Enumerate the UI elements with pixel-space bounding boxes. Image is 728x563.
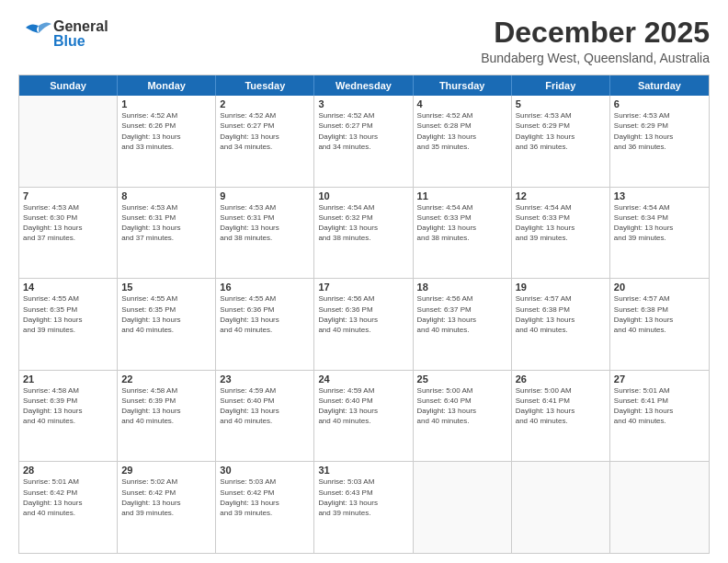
calendar-cell-w2-d1: 7Sunrise: 4:53 AM Sunset: 6:30 PM Daylig… [19,188,118,279]
cell-info: Sunrise: 4:52 AM Sunset: 6:27 PM Dayligh… [318,110,408,152]
cell-info: Sunrise: 4:54 AM Sunset: 6:32 PM Dayligh… [318,202,408,244]
calendar-cell-w3-d2: 15Sunrise: 4:55 AM Sunset: 6:35 PM Dayli… [118,279,216,370]
logo-general: General [53,19,108,34]
header-monday: Monday [118,75,216,96]
day-number: 17 [318,282,408,293]
logo-blue: Blue [53,34,108,49]
cell-info: Sunrise: 5:00 AM Sunset: 6:40 PM Dayligh… [417,385,507,427]
calendar-cell-w5-d5 [414,462,512,553]
calendar-week-4: 21Sunrise: 4:58 AM Sunset: 6:39 PM Dayli… [19,371,709,463]
day-number: 6 [614,98,705,109]
day-number: 24 [318,373,408,385]
calendar-cell-w2-d7: 13Sunrise: 4:54 AM Sunset: 6:34 PM Dayli… [610,188,709,279]
cell-info: Sunrise: 4:54 AM Sunset: 6:34 PM Dayligh… [614,202,705,244]
calendar-cell-w3-d6: 19Sunrise: 4:57 AM Sunset: 6:38 PM Dayli… [512,279,610,370]
day-number: 11 [417,190,507,201]
day-number: 27 [614,373,705,385]
day-number: 14 [23,282,113,293]
day-number: 8 [121,190,211,201]
cell-info: Sunrise: 4:57 AM Sunset: 6:38 PM Dayligh… [516,293,606,335]
calendar-week-2: 7Sunrise: 4:53 AM Sunset: 6:30 PM Daylig… [19,188,709,280]
day-number: 20 [614,282,705,293]
cell-info: Sunrise: 4:53 AM Sunset: 6:29 PM Dayligh… [614,110,705,152]
calendar-cell-w3-d5: 18Sunrise: 4:56 AM Sunset: 6:37 PM Dayli… [414,279,512,370]
logo-icon [18,17,53,52]
day-number: 1 [121,98,211,109]
calendar-cell-w1-d3: 2Sunrise: 4:52 AM Sunset: 6:27 PM Daylig… [216,96,314,187]
cell-info: Sunrise: 4:56 AM Sunset: 6:37 PM Dayligh… [417,293,507,335]
calendar-cell-w4-d1: 21Sunrise: 4:58 AM Sunset: 6:39 PM Dayli… [19,371,118,462]
calendar-cell-w4-d5: 25Sunrise: 5:00 AM Sunset: 6:40 PM Dayli… [414,371,512,462]
title-area: December 2025 Bundaberg West, Queensland… [481,17,710,65]
cell-info: Sunrise: 4:52 AM Sunset: 6:27 PM Dayligh… [220,110,310,152]
cell-info: Sunrise: 5:03 AM Sunset: 6:43 PM Dayligh… [318,477,408,518]
header-friday: Friday [512,75,610,96]
day-number: 26 [516,373,606,385]
day-number: 30 [220,465,310,476]
calendar-cell-w1-d1 [19,96,118,187]
calendar-cell-w1-d5: 4Sunrise: 4:52 AM Sunset: 6:28 PM Daylig… [414,96,512,187]
calendar-cell-w5-d2: 29Sunrise: 5:02 AM Sunset: 6:42 PM Dayli… [118,462,216,553]
calendar-cell-w5-d3: 30Sunrise: 5:03 AM Sunset: 6:42 PM Dayli… [216,462,314,553]
calendar-cell-w1-d2: 1Sunrise: 4:52 AM Sunset: 6:26 PM Daylig… [118,96,216,187]
logo: General Blue [18,17,108,52]
cell-info: Sunrise: 5:01 AM Sunset: 6:42 PM Dayligh… [23,477,113,518]
cell-info: Sunrise: 4:53 AM Sunset: 6:31 PM Dayligh… [220,202,310,244]
cell-info: Sunrise: 4:55 AM Sunset: 6:36 PM Dayligh… [220,293,310,335]
day-number: 18 [417,282,507,293]
calendar: Sunday Monday Tuesday Wednesday Thursday… [18,75,710,554]
day-number: 2 [220,98,310,109]
cell-info: Sunrise: 4:58 AM Sunset: 6:39 PM Dayligh… [23,385,113,427]
cell-info: Sunrise: 4:53 AM Sunset: 6:30 PM Dayligh… [23,202,113,244]
header-sunday: Sunday [19,75,118,96]
calendar-cell-w5-d1: 28Sunrise: 5:01 AM Sunset: 6:42 PM Dayli… [19,462,118,553]
cell-info: Sunrise: 4:55 AM Sunset: 6:35 PM Dayligh… [23,293,113,335]
day-number: 19 [516,282,606,293]
calendar-cell-w3-d3: 16Sunrise: 4:55 AM Sunset: 6:36 PM Dayli… [216,279,314,370]
calendar-cell-w4-d7: 27Sunrise: 5:01 AM Sunset: 6:41 PM Dayli… [610,371,709,462]
day-number: 23 [220,373,310,385]
calendar-header: Sunday Monday Tuesday Wednesday Thursday… [19,75,709,96]
day-number: 15 [121,282,211,293]
cell-info: Sunrise: 4:59 AM Sunset: 6:40 PM Dayligh… [220,385,310,427]
month-title: December 2025 [481,17,710,49]
calendar-week-1: 1Sunrise: 4:52 AM Sunset: 6:26 PM Daylig… [19,96,709,188]
calendar-cell-w2-d4: 10Sunrise: 4:54 AM Sunset: 6:32 PM Dayli… [314,188,413,279]
calendar-cell-w3-d1: 14Sunrise: 4:55 AM Sunset: 6:35 PM Dayli… [19,279,118,370]
calendar-cell-w4-d3: 23Sunrise: 4:59 AM Sunset: 6:40 PM Dayli… [216,371,314,462]
calendar-body: 1Sunrise: 4:52 AM Sunset: 6:26 PM Daylig… [19,96,709,553]
calendar-cell-w4-d6: 26Sunrise: 5:00 AM Sunset: 6:41 PM Dayli… [512,371,610,462]
calendar-cell-w2-d5: 11Sunrise: 4:54 AM Sunset: 6:33 PM Dayli… [414,188,512,279]
day-number: 9 [220,190,310,201]
cell-info: Sunrise: 5:03 AM Sunset: 6:42 PM Dayligh… [220,477,310,518]
calendar-cell-w3-d4: 17Sunrise: 4:56 AM Sunset: 6:36 PM Dayli… [314,279,413,370]
cell-info: Sunrise: 4:55 AM Sunset: 6:35 PM Dayligh… [121,293,211,335]
day-number: 29 [121,465,211,476]
calendar-cell-w2-d3: 9Sunrise: 4:53 AM Sunset: 6:31 PM Daylig… [216,188,314,279]
cell-info: Sunrise: 4:57 AM Sunset: 6:38 PM Dayligh… [614,293,705,335]
calendar-cell-w4-d2: 22Sunrise: 4:58 AM Sunset: 6:39 PM Dayli… [118,371,216,462]
header: General Blue December 2025 Bundaberg Wes… [18,17,710,65]
day-number: 10 [318,190,408,201]
day-number: 13 [614,190,705,201]
calendar-cell-w3-d7: 20Sunrise: 4:57 AM Sunset: 6:38 PM Dayli… [610,279,709,370]
calendar-week-5: 28Sunrise: 5:01 AM Sunset: 6:42 PM Dayli… [19,462,709,553]
cell-info: Sunrise: 4:53 AM Sunset: 6:31 PM Dayligh… [121,202,211,244]
day-number: 31 [318,465,408,476]
header-wednesday: Wednesday [314,75,413,96]
cell-info: Sunrise: 4:54 AM Sunset: 6:33 PM Dayligh… [417,202,507,244]
cell-info: Sunrise: 4:52 AM Sunset: 6:26 PM Dayligh… [121,110,211,152]
day-number: 5 [516,98,606,109]
day-number: 16 [220,282,310,293]
day-number: 28 [23,465,113,476]
location: Bundaberg West, Queensland, Australia [481,51,710,65]
calendar-cell-w5-d4: 31Sunrise: 5:03 AM Sunset: 6:43 PM Dayli… [314,462,413,553]
calendar-cell-w1-d4: 3Sunrise: 4:52 AM Sunset: 6:27 PM Daylig… [314,96,413,187]
header-tuesday: Tuesday [216,75,314,96]
day-number: 7 [23,190,113,201]
cell-info: Sunrise: 4:56 AM Sunset: 6:36 PM Dayligh… [318,293,408,335]
cell-info: Sunrise: 4:58 AM Sunset: 6:39 PM Dayligh… [121,385,211,427]
cell-info: Sunrise: 5:02 AM Sunset: 6:42 PM Dayligh… [121,477,211,518]
cell-info: Sunrise: 4:59 AM Sunset: 6:40 PM Dayligh… [318,385,408,427]
header-thursday: Thursday [414,75,512,96]
